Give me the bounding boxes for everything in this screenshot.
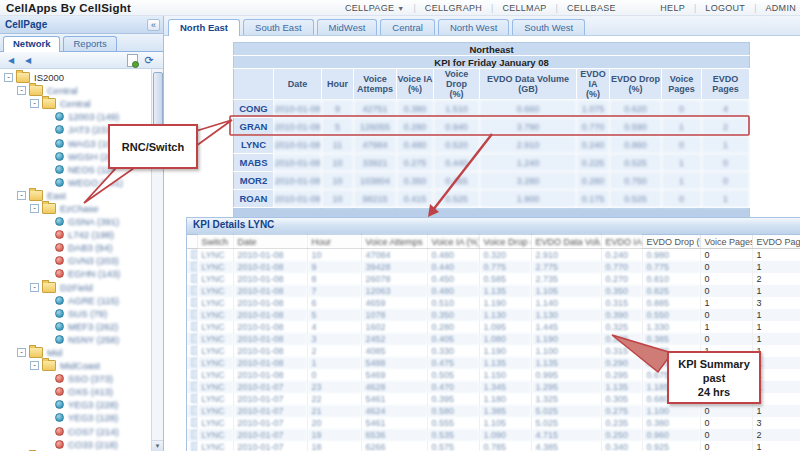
summary-cell: 5	[322, 118, 354, 136]
details-cell: 0.235	[601, 417, 642, 429]
details-row[interactable]: LYNC2010-01-08416020.2801.0951.4450.3251…	[187, 321, 800, 333]
expander-icon[interactable]: -	[4, 73, 13, 82]
tree-node[interactable]: EGHN (143)	[4, 267, 151, 280]
tree-node[interactable]: OXS (413)	[4, 385, 151, 398]
tree-node[interactable]: GSNA (391)	[4, 215, 151, 228]
details-cell: 1	[752, 321, 800, 333]
export-icon[interactable]	[125, 54, 139, 67]
details-row[interactable]: LYNC2010-01-072346280.4701.3451.2951.135…	[187, 381, 800, 393]
summary-cell: 11	[322, 136, 354, 154]
menu-item-help[interactable]: HELP	[651, 3, 694, 13]
tree-node[interactable]: DAB3 (94)	[4, 241, 151, 254]
menu-item-cellgraph[interactable]: CELLGRAPH	[416, 3, 491, 13]
summary-row-mor2: MOR22010-01-08101038040.3500.4553.2800.2…	[234, 172, 750, 190]
menu-item-logout[interactable]: LOGOUT	[696, 3, 754, 13]
region-tab-north-east[interactable]: North East	[168, 19, 240, 36]
menu-item-cellbase[interactable]: CELLBASE	[558, 3, 625, 13]
menu-item-cellpage[interactable]: CELLPAGE▼	[336, 3, 414, 13]
tree-node[interactable]: MEF3 (262)	[4, 320, 151, 333]
tree-folder[interactable]: -East	[4, 189, 151, 202]
tree-node[interactable]: WAG3 (191)	[4, 136, 151, 149]
region-tab-south-east[interactable]: South East	[243, 19, 313, 35]
tree-folder[interactable]: -Central	[4, 84, 151, 97]
tree-node[interactable]: JAT3 (231)	[4, 123, 151, 136]
tree-node[interactable]: NEOS (114)	[4, 163, 151, 176]
details-column-header: Voice Attemps	[361, 235, 427, 249]
expand-all-icon[interactable]: ◀	[4, 54, 18, 67]
switch-link[interactable]: GRAN	[234, 118, 274, 136]
switch-link[interactable]: LYNC	[234, 136, 274, 154]
tree-node[interactable]: GVN3 (203)	[4, 254, 151, 267]
details-cell: 0.330	[427, 345, 479, 357]
tree-node[interactable]: SSO (373)	[4, 372, 151, 385]
expander-icon[interactable]: -	[30, 361, 39, 370]
details-row[interactable]: LYNC2010-01-088260780.4500.5852.7350.270…	[187, 273, 800, 285]
expander-icon[interactable]: -	[30, 204, 39, 213]
switch-link[interactable]: MABS	[234, 154, 274, 172]
details-row[interactable]: LYNC2010-01-08324520.4051.0801.1900.3300…	[187, 333, 800, 345]
expander-icon[interactable]: -	[30, 283, 39, 292]
collapse-sidebar-button[interactable]: «	[147, 19, 160, 31]
details-row[interactable]: LYNC2010-01-072146240.5801.3855.0250.275…	[187, 405, 800, 417]
tree-folder[interactable]: -D2Field	[4, 281, 151, 294]
details-cell: 0.315	[601, 345, 642, 357]
tree-node[interactable]: NSNY (258)	[4, 333, 151, 346]
details-row[interactable]: LYNC2010-01-08646590.5101.1901.1400.3150…	[187, 297, 800, 309]
tree-folder[interactable]: -IS2000	[4, 71, 151, 84]
details-row[interactable]: LYNC2010-01-072054610.5551.1055.0250.235…	[187, 417, 800, 429]
tree-folder[interactable]: -EzChase	[4, 202, 151, 215]
details-row[interactable]: LYNC2010-01-0810470840.4800.3202.9100.24…	[187, 249, 800, 262]
details-row[interactable]: LYNC2010-01-08054690.5051.1500.9950.2950…	[187, 369, 800, 381]
menu-item-admin[interactable]: ADMIN	[757, 3, 800, 13]
details-row[interactable]: LYNC2010-01-089394280.4400.7752.7750.770…	[187, 261, 800, 273]
summary-cell: 0.940	[434, 118, 480, 136]
details-row[interactable]: LYNC2010-01-08240850.3301.1901.1000.3151…	[187, 345, 800, 357]
details-cell: 2010-01-07	[233, 441, 307, 451]
expander-icon[interactable]: -	[17, 191, 26, 200]
details-row[interactable]: LYNC2010-01-071965360.5351.0904.7150.250…	[187, 429, 800, 441]
details-row[interactable]: LYNC2010-01-08154880.4751.1351.1350.2900…	[187, 357, 800, 369]
expander-icon[interactable]: -	[17, 348, 26, 357]
details-row-marker	[187, 393, 197, 405]
tree-node[interactable]: AGRE (115)	[4, 294, 151, 307]
tree-folder[interactable]: -MidCoast	[4, 359, 151, 372]
switch-link[interactable]: MOR2	[234, 172, 274, 190]
tree-node[interactable]: SUS (79)	[4, 307, 151, 320]
switch-link[interactable]: CONG	[234, 100, 274, 118]
collapse-all-icon[interactable]: ◀	[21, 54, 35, 67]
menu-item-cellmap[interactable]: CELLMAP	[493, 3, 555, 13]
region-tab-south-west[interactable]: South West	[512, 19, 585, 35]
tree-node[interactable]: COS7 (214)	[4, 425, 151, 438]
tree-node[interactable]: CO33 (218)	[4, 438, 151, 451]
summary-column-header: Voice Drop (%)	[434, 69, 480, 100]
region-tab-midwest[interactable]: MidWest	[317, 19, 378, 35]
sidebar-tab-network[interactable]: Network	[3, 36, 60, 52]
tree-folder[interactable]: -Mid	[4, 346, 151, 359]
switch-link[interactable]: ROAN	[234, 190, 274, 208]
tree-node[interactable]: YEG3 (128)	[4, 411, 151, 424]
tree-node[interactable]: WEGO (381)	[4, 176, 151, 189]
expander-icon[interactable]: -	[30, 99, 39, 108]
scroll-down-button[interactable]: ▼	[152, 440, 163, 451]
details-row-marker	[187, 309, 197, 321]
tree-node[interactable]: WGSH (203)	[4, 150, 151, 163]
summary-column-header: EVDO Data Volume (GB)	[480, 69, 577, 100]
details-row[interactable]: LYNC2010-01-08510780.3501.1301.1300.3900…	[187, 309, 800, 321]
details-row[interactable]: LYNC2010-01-087120630.4801.1351.1050.350…	[187, 285, 800, 297]
details-row-marker	[187, 249, 197, 262]
tree-folder[interactable]: -Central	[4, 97, 151, 110]
tree-node[interactable]: 12003 (149)	[4, 110, 151, 123]
summary-row-roan: ROAN2010-01-0810982150.4150.5251.9000.17…	[234, 190, 750, 208]
tree-node[interactable]: YEG3 (228)	[4, 398, 151, 411]
details-cell: 4624	[361, 405, 427, 417]
tree-scrollbar[interactable]: ▼	[151, 69, 163, 451]
region-tab-north-west[interactable]: North West	[438, 19, 509, 35]
expander-icon[interactable]: -	[17, 86, 26, 95]
sidebar-tab-reports[interactable]: Reports	[63, 36, 116, 51]
tree-node[interactable]: L742 (198)	[4, 228, 151, 241]
details-row[interactable]: LYNC2010-01-072254610.3951.1801.3250.305…	[187, 393, 800, 405]
refresh-tree-icon[interactable]: ⟳	[142, 54, 156, 67]
scrollbar-thumb[interactable]	[153, 72, 163, 156]
details-row[interactable]: LYNC2010-01-071862660.5750.7854.3850.340…	[187, 441, 800, 451]
region-tab-central[interactable]: Central	[380, 19, 435, 35]
